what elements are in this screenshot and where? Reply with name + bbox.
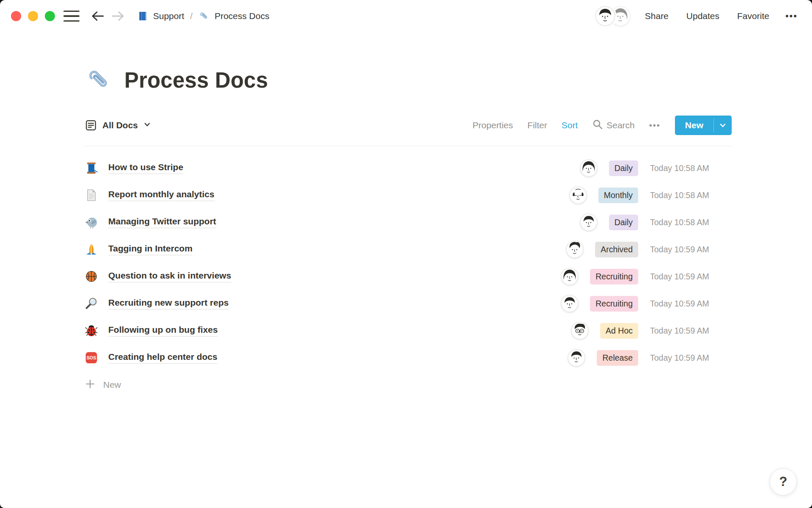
sos-icon: SOS [85,351,98,364]
doc-title-link[interactable]: Creating help center docs [108,352,217,364]
notion-window: Support / Process Docs Share Updates Fav… [0,0,812,508]
last-edited-time: Today 10:58 AM [650,218,732,227]
breadcrumb-label: Support [153,11,184,21]
favorite-button[interactable]: Favorite [737,11,769,21]
add-new-row-label: New [103,380,121,390]
tag-badge: Ad Hoc [600,323,638,339]
blue-book-icon [137,11,148,22]
doc-title-link[interactable]: Recruiting new support reps [108,298,229,309]
page-icon [85,188,98,202]
breadcrumb: Support / Process Docs [137,11,269,22]
avatar [566,240,584,258]
help-button[interactable]: ? [770,468,797,495]
table-row[interactable]: Recruiting new support reps Recruiting T… [85,290,732,317]
doc-title-link[interactable]: Question to ask in interviews [108,271,231,282]
toolbar-more-icon[interactable]: ••• [649,121,661,130]
tag-badge: Release [597,350,638,366]
table-row[interactable]: SOS Creating help center docs Release To… [85,344,732,371]
page-emoji-paperclip-icon[interactable] [85,66,112,94]
traffic-lights [11,11,55,21]
sort-button[interactable]: Sort [562,120,578,130]
avatar [568,349,585,367]
last-edited-time: Today 10:59 AM [650,299,732,309]
list-view-icon [85,119,97,132]
chevron-down-icon [143,120,151,130]
last-edited-time: Today 10:59 AM [650,353,732,363]
doc-title-link[interactable]: How to use Stripe [108,162,183,174]
doc-title-link[interactable]: Following up on bug fixes [108,325,218,337]
docs-list: How to use Stripe Daily Today 10:58 AM R… [85,155,732,371]
filter-button[interactable]: Filter [527,120,547,130]
table-row[interactable]: Report monthly analytics Monthly Today 1… [85,182,732,209]
ladybug-icon [85,324,98,337]
tag-badge: Recruiting [590,269,638,284]
close-window-button[interactable] [11,11,21,21]
avatar [561,295,579,312]
properties-button[interactable]: Properties [472,120,513,130]
database-toolbar: All Docs Properties Filter Sort Search •… [85,113,732,146]
tag-badge: Archived [595,242,638,257]
more-options-icon[interactable]: ••• [785,11,798,22]
updates-button[interactable]: Updates [686,11,719,21]
zoom-window-button[interactable] [45,11,55,21]
doc-title-link[interactable]: Report monthly analytics [108,189,214,201]
last-edited-time: Today 10:59 AM [650,272,732,282]
table-row[interactable]: Following up on bug fixes Ad Hoc Today 1… [85,317,732,344]
breadcrumb-item-support[interactable]: Support [137,11,184,22]
table-row[interactable]: Question to ask in interviews Recruiting… [85,263,732,290]
collaborator-avatars[interactable] [595,6,631,26]
tag-badge: Recruiting [590,296,638,312]
new-button-label[interactable]: New [675,116,713,135]
breadcrumb-label: Process Docs [214,11,269,21]
avatar [580,159,598,177]
forward-arrow-icon[interactable] [111,10,125,22]
doc-title-link[interactable]: Managing Twitter support [108,216,216,228]
back-arrow-icon[interactable] [91,10,105,22]
add-new-row-button[interactable]: New [85,371,732,398]
breadcrumb-separator: / [189,11,194,21]
table-row[interactable]: Tagging in Intercom Archived Today 10:59… [85,236,732,263]
view-name: All Docs [102,120,138,130]
tag-badge: Daily [609,160,638,176]
table-row[interactable]: How to use Stripe Daily Today 10:58 AM [85,155,732,182]
view-switcher-all-docs[interactable]: All Docs [85,119,151,132]
magnifier-icon [85,297,98,310]
tag-badge: Daily [609,215,638,230]
avatar [561,268,579,285]
new-button[interactable]: New [675,116,732,135]
avatar [571,322,589,340]
paperclip-icon [198,11,209,22]
sidebar-menu-icon[interactable] [63,10,80,22]
minimize-window-button[interactable] [28,11,38,21]
svg-text:SOS: SOS [87,355,96,360]
last-edited-time: Today 10:59 AM [650,326,732,336]
avatar [569,186,587,204]
share-button[interactable]: Share [645,11,669,21]
praying-hands-icon [85,243,98,256]
avatar [595,6,615,26]
plus-icon [85,378,96,392]
last-edited-time: Today 10:58 AM [650,163,732,173]
new-button-chevron-down-icon[interactable] [714,116,732,135]
avatar [580,213,598,231]
last-edited-time: Today 10:58 AM [650,190,732,200]
bird-icon [85,215,98,229]
basketball-icon [85,270,98,283]
page-title: Process Docs [124,68,268,93]
tag-badge: Monthly [598,188,638,203]
search-icon [592,119,603,132]
last-edited-time: Today 10:59 AM [650,245,732,254]
doc-title-link[interactable]: Tagging in Intercom [108,243,192,255]
search-label: Search [606,120,635,130]
search-button[interactable]: Search [592,119,635,132]
thread-spool-icon [85,161,98,175]
breadcrumb-item-process-docs[interactable]: Process Docs [198,11,269,22]
table-row[interactable]: Managing Twitter support Daily Today 10:… [85,209,732,236]
window-titlebar: Support / Process Docs Share Updates Fav… [0,0,812,32]
